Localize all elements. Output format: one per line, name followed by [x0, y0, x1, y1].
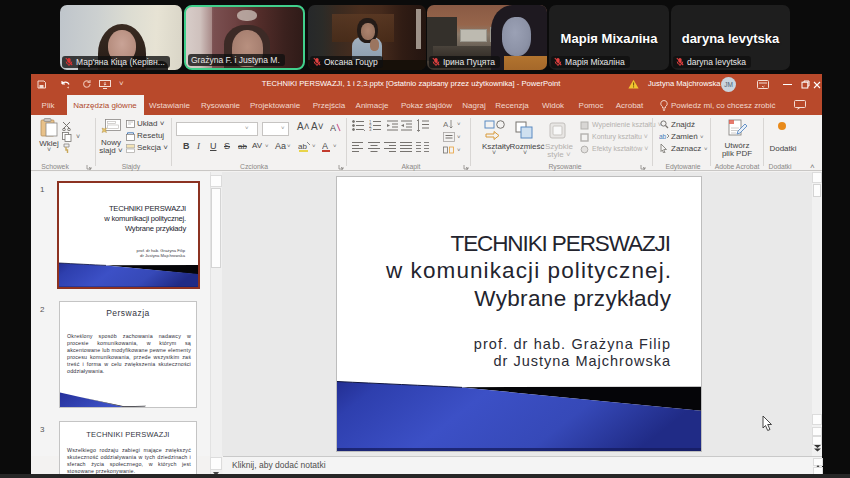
svg-text:ab: ab [659, 133, 667, 140]
svg-text:3: 3 [369, 127, 372, 131]
svg-text:A: A [443, 120, 449, 129]
svg-text:A: A [330, 123, 336, 133]
svg-text:A: A [322, 141, 328, 151]
svg-text:ab: ab [298, 142, 307, 151]
